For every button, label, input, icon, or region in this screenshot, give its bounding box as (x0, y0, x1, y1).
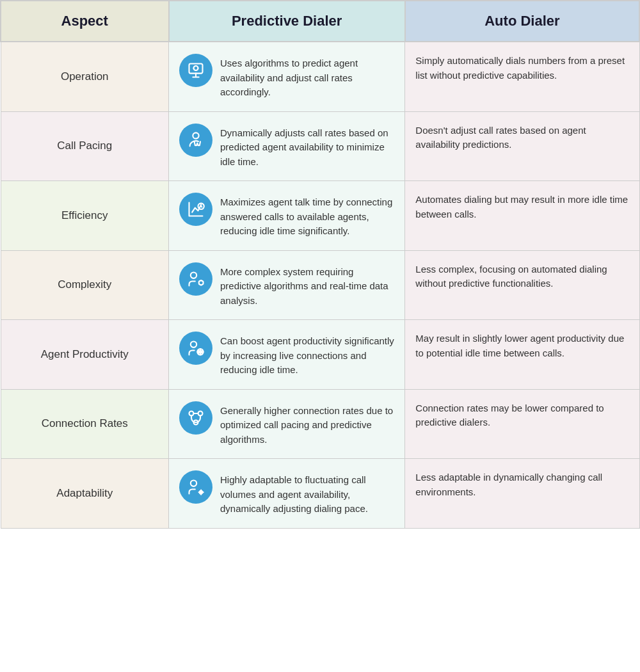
auto-cell-agent-productivity: May result in slightly lower agent produ… (405, 320, 639, 390)
predictive-text-agent-productivity: Can boost agent productivity significant… (220, 332, 394, 378)
predictive-cell-efficiency: Maximizes agent talk time by connecting … (169, 181, 405, 251)
svg-point-5 (191, 342, 196, 348)
aspect-label-agent-productivity: Agent Productivity (41, 348, 129, 360)
auto-cell-adaptability: Less adaptable in dynamically changing c… (405, 459, 639, 529)
predictive-cell-call-pacing: Dynamically adjusts call rates based on … (169, 111, 405, 181)
aspect-label-operation: Operation (61, 70, 109, 83)
table-row-efficiency: EfficiencyMaximizes agent talk time by c… (1, 181, 639, 251)
table-row-complexity: ComplexityMore complex system requiring … (1, 250, 639, 320)
header-auto-dialer: Auto Dialer (405, 1, 639, 42)
aspect-cell-agent-productivity: Agent Productivity (1, 320, 169, 390)
aspect-cell-complexity: Complexity (1, 250, 169, 320)
svg-rect-0 (189, 64, 203, 74)
auto-cell-complexity: Less complex, focusing on automated dial… (405, 250, 639, 320)
header-row: Aspect Predictive Dialer Auto Dialer (1, 1, 639, 42)
auto-text-adaptability: Less adaptable in dynamically changing c… (415, 472, 602, 497)
auto-text-efficiency: Automates dialing but may result in more… (415, 194, 628, 220)
aspect-label-adaptability: Adaptability (56, 487, 113, 499)
header-aspect: Aspect (1, 1, 169, 42)
people-globe-icon (179, 332, 212, 365)
people-settings-icon (179, 470, 212, 504)
chart-clock-icon (179, 193, 212, 226)
aspect-cell-connection-rates: Connection Rates (1, 389, 169, 459)
auto-text-complexity: Less complex, focusing on automated dial… (415, 264, 607, 289)
auto-text-connection-rates: Connection rates may be lower compared t… (415, 403, 604, 428)
aspect-label-efficiency: Efficiency (61, 209, 108, 221)
aspect-cell-adaptability: Adaptability (1, 459, 169, 529)
auto-text-operation: Simply automatically dials numbers from … (415, 55, 625, 81)
table-row-operation: OperationUses algorithms to predict agen… (1, 42, 639, 111)
header-predictive-dialer: Predictive Dialer (169, 1, 405, 42)
svg-point-10 (191, 481, 196, 486)
predictive-cell-agent-productivity: Can boost agent productivity significant… (169, 320, 405, 390)
aspect-cell-efficiency: Efficiency (1, 181, 169, 251)
auto-text-call-pacing: Doesn't adjust call rates based on agent… (415, 125, 586, 150)
comparison-table: Aspect Predictive Dialer Auto Dialer Ope… (0, 0, 640, 529)
network-nodes-icon (179, 401, 212, 435)
predictive-text-adaptability: Highly adaptable to fluctuating call vol… (220, 470, 394, 516)
aspect-cell-operation: Operation (1, 42, 169, 111)
table-row-adaptability: AdaptabilityHighly adaptable to fluctuat… (1, 459, 639, 529)
people-gear-icon (179, 262, 212, 296)
svg-point-3 (191, 272, 196, 278)
aspect-label-connection-rates: Connection Rates (42, 417, 128, 429)
table-row-connection-rates: Connection RatesGenerally higher connect… (1, 389, 639, 459)
aspect-label-complexity: Complexity (58, 278, 111, 291)
auto-cell-operation: Simply automatically dials numbers from … (405, 42, 639, 111)
auto-text-agent-productivity: May result in slightly lower agent produ… (415, 333, 624, 358)
aspect-cell-call-pacing: Call Pacing (1, 111, 169, 181)
predictive-cell-complexity: More complex system requiring predictive… (169, 250, 405, 320)
auto-cell-call-pacing: Doesn't adjust call rates based on agent… (405, 111, 639, 181)
predictive-text-connection-rates: Generally higher connection rates due to… (220, 401, 394, 447)
auto-cell-connection-rates: Connection rates may be lower compared t… (405, 389, 639, 459)
predictive-cell-connection-rates: Generally higher connection rates due to… (169, 389, 405, 459)
predictive-text-operation: Uses algorithms to predict agent availab… (220, 54, 394, 100)
table-row-agent-productivity: Agent ProductivityCan boost agent produc… (1, 320, 639, 390)
predictive-cell-adaptability: Highly adaptable to fluctuating call vol… (169, 459, 405, 529)
hand-coin-icon (179, 124, 212, 157)
table-row-call-pacing: Call PacingDynamically adjusts call rate… (1, 111, 639, 181)
predictive-text-efficiency: Maximizes agent talk time by connecting … (220, 193, 394, 239)
predictive-text-complexity: More complex system requiring predictive… (220, 262, 394, 308)
predictive-cell-operation: Uses algorithms to predict agent availab… (169, 42, 405, 111)
auto-cell-efficiency: Automates dialing but may result in more… (405, 181, 639, 251)
aspect-label-call-pacing: Call Pacing (57, 140, 112, 152)
predictive-text-call-pacing: Dynamically adjusts call rates based on … (220, 124, 394, 170)
monitor-gear-icon (179, 54, 212, 87)
